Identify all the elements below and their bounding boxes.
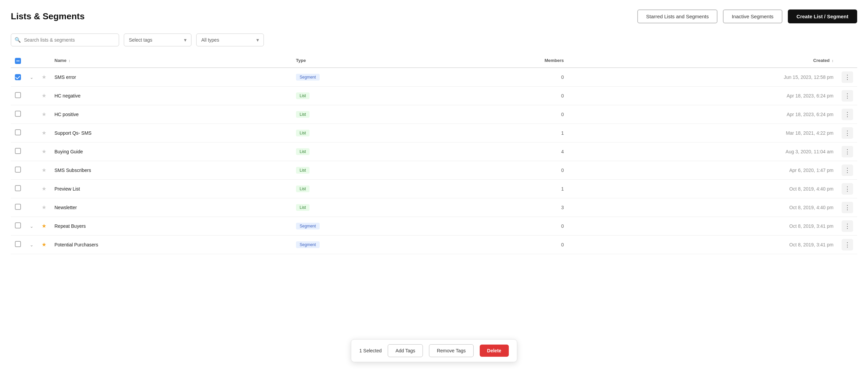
row-name-link[interactable]: SMS error — [54, 74, 76, 80]
row-type-cell: List — [292, 198, 440, 217]
row-checkbox-cell — [11, 161, 26, 179]
row-members-cell: 4 — [440, 142, 568, 161]
row-actions-cell: ⋮ — [838, 105, 857, 124]
row-checkbox[interactable] — [15, 74, 21, 80]
row-name-link[interactable]: HC negative — [54, 93, 81, 98]
row-type-cell: List — [292, 86, 440, 105]
star-icon[interactable]: ★ — [42, 130, 46, 136]
row-more-button[interactable]: ⋮ — [842, 146, 853, 157]
expand-icon[interactable]: ⌄ — [30, 75, 33, 80]
row-more-button[interactable]: ⋮ — [842, 202, 853, 213]
table-row: ⌄ ★ Potential Purchasers Segment 0 Oct 8… — [11, 235, 857, 254]
th-type: Type — [292, 54, 440, 68]
row-checkbox-cell — [11, 68, 26, 87]
star-icon[interactable]: ★ — [42, 204, 46, 210]
row-checkbox[interactable] — [15, 111, 21, 117]
star-icon[interactable]: ★ — [42, 111, 46, 117]
row-actions-cell: ⋮ — [838, 68, 857, 87]
type-badge: List — [296, 148, 310, 155]
row-star-cell: ★ — [38, 235, 50, 254]
created-sort-icon[interactable]: ↕ — [832, 59, 834, 63]
create-list-segment-button[interactable]: Create List / Segment — [788, 9, 857, 23]
search-input[interactable] — [11, 34, 119, 46]
tags-select-wrap: Select tags ▼ — [124, 34, 191, 46]
name-sort-icon[interactable]: ↕ — [68, 59, 70, 63]
row-checkbox[interactable] — [15, 185, 21, 191]
table-row: ★ HC negative List 0 Apr 18, 2023, 6:24 … — [11, 86, 857, 105]
type-badge: List — [296, 92, 310, 99]
table-header-row: Name ↕ Type Members Created ↕ — [11, 54, 857, 68]
row-star-cell: ★ — [38, 86, 50, 105]
row-checkbox[interactable] — [15, 204, 21, 210]
search-wrap: 🔍 — [11, 34, 119, 46]
table-wrap: Name ↕ Type Members Created ↕ — [11, 54, 857, 254]
row-more-button[interactable]: ⋮ — [842, 239, 853, 250]
row-checkbox[interactable] — [15, 148, 21, 154]
delete-button[interactable]: Delete — [480, 345, 509, 357]
row-name-link[interactable]: Newsletter — [54, 205, 77, 210]
row-name-link[interactable]: Support Qs- SMS — [54, 130, 92, 136]
row-more-button[interactable]: ⋮ — [842, 109, 853, 120]
remove-tags-button[interactable]: Remove Tags — [429, 344, 473, 357]
row-star-cell: ★ — [38, 217, 50, 235]
row-name-link[interactable]: Potential Purchasers — [54, 242, 98, 247]
type-select[interactable]: All types List Segment — [196, 34, 264, 46]
row-type-cell: Segment — [292, 217, 440, 235]
row-more-button[interactable]: ⋮ — [842, 164, 853, 176]
row-members-cell: 1 — [440, 124, 568, 142]
row-checkbox[interactable] — [15, 167, 21, 173]
star-icon[interactable]: ★ — [42, 74, 46, 80]
row-checkbox[interactable] — [15, 92, 21, 98]
row-checkbox[interactable] — [15, 241, 21, 247]
type-badge: List — [296, 167, 310, 174]
row-more-button[interactable]: ⋮ — [842, 220, 853, 232]
page-header: Lists & Segments Starred Lists and Segme… — [11, 9, 857, 23]
row-name-link[interactable]: Repeat Buyers — [54, 223, 86, 229]
row-actions-cell: ⋮ — [838, 86, 857, 105]
row-members-cell: 0 — [440, 217, 568, 235]
expand-icon[interactable]: ⌄ — [30, 242, 33, 247]
row-created-cell: Oct 8, 2019, 3:41 pm — [568, 217, 838, 235]
row-created-cell: Jun 15, 2023, 12:58 pm — [568, 68, 838, 87]
star-icon[interactable]: ★ — [42, 242, 46, 247]
row-type-cell: List — [292, 105, 440, 124]
row-members-cell: 0 — [440, 161, 568, 179]
table-row: ⌄ ★ SMS error Segment 0 Jun 15, 2023, 12… — [11, 68, 857, 87]
row-expand-cell — [26, 86, 38, 105]
row-name-link[interactable]: SMS Subscribers — [54, 168, 91, 173]
star-icon[interactable]: ★ — [42, 223, 46, 229]
row-members-cell: 0 — [440, 86, 568, 105]
expand-icon[interactable]: ⌄ — [30, 224, 33, 229]
row-more-button[interactable]: ⋮ — [842, 90, 853, 102]
row-more-button[interactable]: ⋮ — [842, 183, 853, 195]
row-name-link[interactable]: Preview List — [54, 186, 80, 192]
star-icon[interactable]: ★ — [42, 93, 46, 98]
row-name-link[interactable]: Buying Guide — [54, 149, 83, 154]
th-members: Members — [440, 54, 568, 68]
row-members-cell: 0 — [440, 68, 568, 87]
row-name-link[interactable]: HC positive — [54, 112, 79, 117]
row-expand-cell — [26, 161, 38, 179]
row-star-cell: ★ — [38, 142, 50, 161]
star-icon[interactable]: ★ — [42, 149, 46, 154]
row-checkbox[interactable] — [15, 129, 21, 135]
th-created: Created ↕ — [568, 54, 838, 68]
row-more-button[interactable]: ⋮ — [842, 127, 853, 139]
starred-lists-button[interactable]: Starred Lists and Segments — [637, 9, 717, 23]
row-type-cell: Segment — [292, 68, 440, 87]
row-members-cell: 1 — [440, 179, 568, 198]
inactive-segments-button[interactable]: Inactive Segments — [723, 9, 782, 23]
star-icon[interactable]: ★ — [42, 167, 46, 173]
star-icon[interactable]: ★ — [42, 186, 46, 192]
add-tags-button[interactable]: Add Tags — [388, 344, 423, 357]
select-all-checkbox[interactable] — [15, 58, 21, 64]
table-row: ★ HC positive List 0 Apr 18, 2023, 6:24 … — [11, 105, 857, 124]
th-name-label: Name — [54, 58, 66, 63]
row-checkbox[interactable] — [15, 222, 21, 228]
row-members-cell: 0 — [440, 235, 568, 254]
lists-segments-table: Name ↕ Type Members Created ↕ — [11, 54, 857, 254]
row-more-button[interactable]: ⋮ — [842, 71, 853, 83]
tags-select[interactable]: Select tags — [124, 34, 191, 46]
row-name-cell: HC positive — [50, 105, 292, 124]
table-row: ★ Buying Guide List 4 Aug 3, 2020, 11:04… — [11, 142, 857, 161]
